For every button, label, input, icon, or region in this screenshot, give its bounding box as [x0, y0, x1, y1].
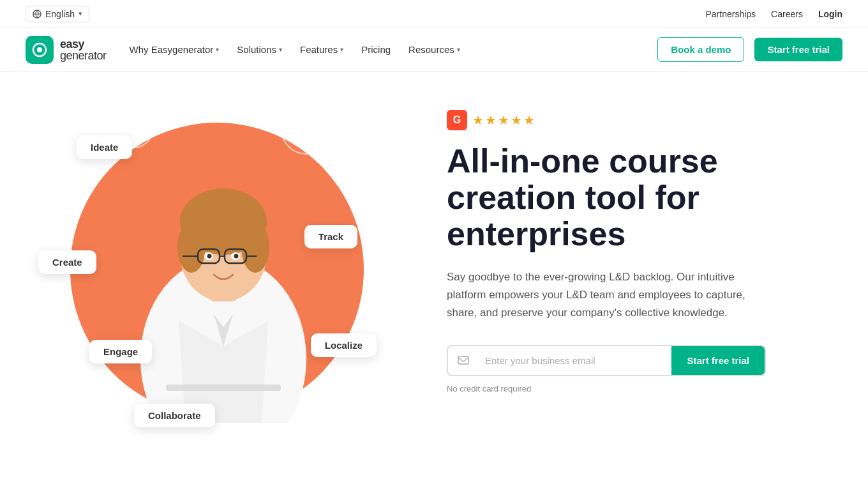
login-button[interactable]: Login: [818, 9, 842, 19]
logo-icon: [31, 42, 48, 58]
hero-title: All-in-one course creation tool for ente…: [447, 143, 766, 253]
hero-subtitle: Say goodbye to the ever-growing L&D back…: [447, 268, 766, 322]
start-trial-button[interactable]: Start free trial: [754, 38, 842, 61]
email-icon-wrap: [448, 346, 479, 375]
nav-left: easy generator Why Easygenerator ▾ Solut…: [26, 36, 460, 64]
hero-illustration: Ideate Create Track Engage Localize Coll…: [38, 97, 408, 468]
nav-why-easygenerator[interactable]: Why Easygenerator ▾: [130, 44, 220, 55]
logo[interactable]: easy generator: [26, 36, 107, 64]
globe-icon: [33, 10, 41, 19]
hero-title-line1: All-in-one course: [447, 142, 718, 179]
float-label-localize: Localize: [311, 333, 377, 357]
language-selector[interactable]: English ▾: [26, 6, 89, 22]
chevron-icon: ▾: [340, 46, 343, 53]
inline-trial-button[interactable]: Start free trial: [671, 346, 765, 375]
careers-link[interactable]: Careers: [771, 9, 803, 19]
top-bar: English ▾ Partnerships Careers Login: [0, 0, 868, 28]
no-credit-text: No credit card required: [447, 384, 766, 393]
email-input[interactable]: [479, 346, 671, 375]
person-svg: [115, 129, 332, 423]
logo-mark: [26, 36, 54, 64]
svg-rect-19: [458, 356, 468, 364]
language-label: English: [45, 9, 75, 19]
nav-features[interactable]: Features ▾: [300, 44, 343, 55]
nav-pricing[interactable]: Pricing: [361, 44, 391, 55]
g2-rating: G ★★★★★: [447, 110, 766, 130]
svg-point-8: [241, 222, 269, 273]
svg-point-2: [37, 47, 42, 52]
hero-content: G ★★★★★ All-in-one course creation tool …: [408, 97, 766, 393]
hero-person-image: [89, 116, 357, 436]
chevron-icon: ▾: [279, 46, 282, 53]
top-bar-right: Partnerships Careers Login: [706, 9, 843, 19]
float-label-collaborate: Collaborate: [134, 404, 215, 427]
hero-section: Ideate Create Track Engage Localize Coll…: [0, 72, 868, 487]
svg-point-7: [177, 222, 206, 273]
star-rating: ★★★★★: [472, 112, 536, 128]
float-label-track: Track: [304, 225, 357, 248]
logo-text: easy generator: [60, 38, 107, 61]
partnerships-link[interactable]: Partnerships: [706, 9, 756, 19]
book-demo-button[interactable]: Book a demo: [657, 37, 744, 62]
g2-logo: G: [447, 110, 467, 130]
svg-point-16: [207, 254, 212, 259]
chevron-icon: ▾: [216, 46, 219, 53]
nav-solutions[interactable]: Solutions ▾: [237, 44, 282, 55]
top-bar-left: English ▾: [26, 6, 89, 22]
hero-title-line3: enterprises: [447, 215, 625, 252]
float-label-engage: Engage: [89, 340, 152, 363]
email-form: Start free trial: [447, 345, 766, 376]
float-label-create: Create: [38, 250, 96, 274]
float-label-ideate: Ideate: [77, 135, 132, 159]
svg-point-17: [234, 254, 239, 259]
nav-right: Book a demo Start free trial: [657, 37, 842, 62]
chevron-down-icon: ▾: [79, 10, 82, 18]
nav-links: Why Easygenerator ▾ Solutions ▾ Features…: [130, 44, 460, 55]
hero-title-line2: creation tool for: [447, 179, 700, 216]
svg-rect-18: [166, 385, 281, 391]
main-nav: easy generator Why Easygenerator ▾ Solut…: [0, 28, 868, 72]
nav-resources[interactable]: Resources ▾: [408, 44, 460, 55]
chevron-icon: ▾: [457, 46, 460, 53]
email-icon: [457, 354, 470, 367]
